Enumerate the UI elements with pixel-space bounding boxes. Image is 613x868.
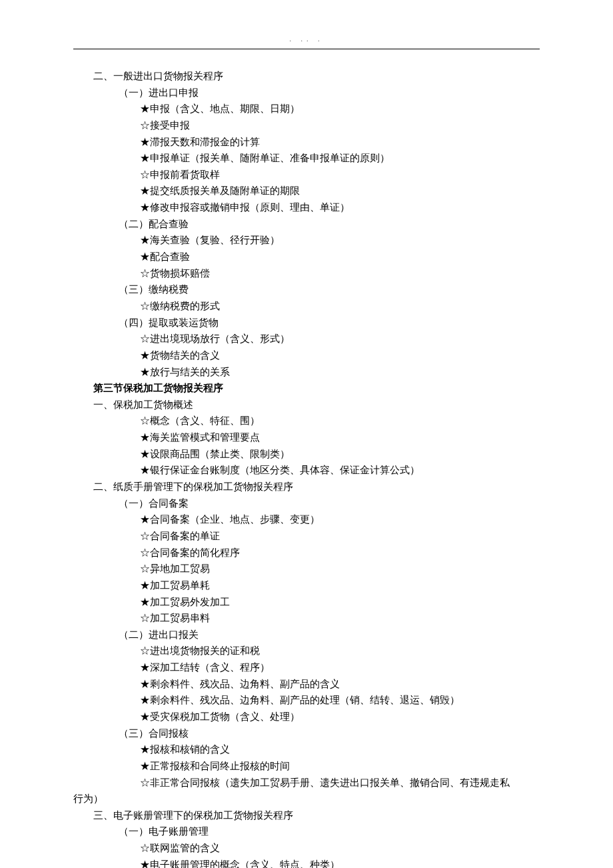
text-line: ★海关监管模式和管理要点: [140, 429, 540, 446]
text-line: ☆进出境现场放行（含义、形式）: [140, 331, 540, 347]
text-line: ★货物结关的含义: [140, 347, 540, 364]
text-line: 第三节保税加工货物报关程序: [93, 380, 540, 397]
text-line: ☆加工贸易串料: [140, 610, 540, 627]
text-line: ★正常报核和合同终止报核的时间: [140, 758, 540, 775]
text-line: ★报核和核销的含义: [140, 741, 540, 758]
text-line: ★受灾保税加工货物（含义、处理）: [140, 709, 540, 725]
text-line: ★合同备案（企业、地点、步骤、变更）: [140, 511, 540, 528]
text-line: ★提交纸质报关单及随附单证的期限: [140, 183, 540, 199]
text-line: ★设限商品围（禁止类、限制类）: [140, 446, 540, 463]
text-line: ☆申报前看货取样: [140, 167, 540, 183]
text-line: ★修改申报容或撤销申报（原则、理由、单证）: [140, 199, 540, 216]
text-line: ☆接受申报: [140, 117, 540, 134]
text-line: ★申报单证（报关单、随附单证、准备申报单证的原则）: [140, 150, 540, 167]
text-line: ☆异地加工贸易: [140, 561, 540, 577]
text-line: ★剩余料件、残次品、边角料、副产品的处理（销、结转、退运、销毁）: [140, 692, 540, 709]
text-line: ☆联网监管的含义: [140, 840, 540, 857]
text-line: 二、纸质手册管理下的保税加工货物报关程序: [93, 479, 540, 495]
text-line: （三）合同报核: [119, 725, 540, 742]
text-line: ☆概念（含义、特征、围）: [140, 413, 540, 429]
text-line: 二、一般进出口货物报关程序: [93, 68, 540, 85]
text-line: （四）提取或装运货物: [119, 315, 540, 331]
text-line: ★滞报天数和滞报金的计算: [140, 134, 540, 151]
text-line: （一）合同备案: [119, 495, 540, 512]
document-content: 二、一般进出口货物报关程序（一）进出口申报★申报（含义、地点、期限、日期）☆接受…: [73, 68, 540, 868]
text-line: ☆非正常合同报核（遗失加工贸易手册、遗失进出口报关单、撤销合同、有违规走私: [140, 775, 540, 791]
text-line: 一、保税加工货物概述: [93, 397, 540, 413]
text-line: ★银行保证金台账制度（地区分类、具体容、保证金计算公式）: [140, 462, 540, 479]
text-line: ★配合查验: [140, 249, 540, 265]
header-rule: [73, 49, 540, 49]
text-line: ☆合同备案的简化程序: [140, 545, 540, 561]
text-line: ★海关查验（复验、径行开验）: [140, 232, 540, 249]
text-line: （二）进出口报关: [119, 627, 540, 643]
text-line: ★申报（含义、地点、期限、日期）: [140, 101, 540, 117]
text-line: ★电子账册管理的概念（含义、特点、种类）: [140, 857, 540, 868]
text-line: 行为）: [73, 791, 540, 807]
text-line: ★剩余料件、残次品、边角料、副产品的含义: [140, 676, 540, 693]
text-line: ★加工贸易外发加工: [140, 594, 540, 611]
text-line: ★加工贸易单耗: [140, 577, 540, 594]
text-line: （三）缴纳税费: [119, 281, 540, 298]
text-line: ☆合同备案的单证: [140, 528, 540, 545]
text-line: 三、电子账册管理下的保税加工货物报关程序: [93, 807, 540, 824]
text-line: ☆缴纳税费的形式: [140, 298, 540, 315]
text-line: （一）进出口申报: [119, 85, 540, 101]
text-line: ★放行与结关的关系: [140, 364, 540, 381]
text-line: ☆进出境货物报关的证和税: [140, 643, 540, 659]
document-page: . .. . 二、一般进出口货物报关程序（一）进出口申报★申报（含义、地点、期限…: [0, 0, 613, 868]
header-marks: . .. .: [73, 33, 540, 45]
text-line: （二）配合查验: [119, 216, 540, 233]
text-line: ★深加工结转（含义、程序）: [140, 659, 540, 676]
text-line: （一）电子账册管理: [119, 823, 540, 840]
text-line: ☆货物损坏赔偿: [140, 265, 540, 282]
